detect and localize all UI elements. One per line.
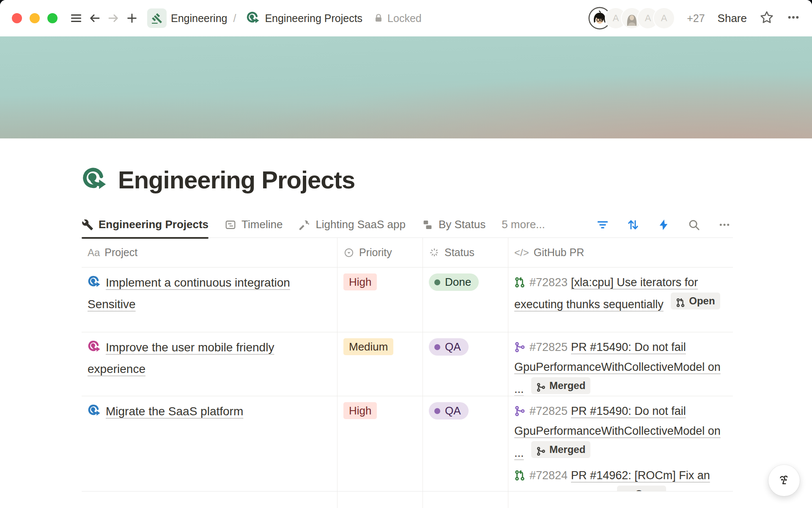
locked-label: Locked	[387, 12, 422, 25]
breadcrumb-workspace[interactable]: Engineering	[171, 12, 227, 25]
project-cell[interactable]: Improve the user mobile friendly experie…	[82, 332, 337, 396]
lock-icon	[373, 13, 384, 23]
title-row: Engineering Projects	[82, 166, 733, 194]
project-loop-icon	[88, 404, 101, 417]
select-icon	[343, 247, 354, 258]
page-cover-image	[0, 36, 812, 138]
priority-cell[interactable]: High	[337, 396, 422, 491]
screen: Engineering / Engineering Projects Locke…	[0, 0, 812, 508]
project-link[interactable]: Improve the user mobile friendly experie…	[88, 341, 274, 375]
minimize-window-button[interactable]	[30, 13, 40, 23]
timeline-icon	[225, 219, 236, 231]
pr-number: #72825	[529, 341, 568, 353]
menu-icon[interactable]	[67, 9, 85, 28]
forward-icon[interactable]	[104, 9, 123, 28]
pr-state-badge: Open	[617, 486, 666, 491]
page-title: Engineering Projects	[118, 166, 355, 194]
pr-state-label: Merged	[549, 378, 585, 393]
status-label: QA	[445, 403, 461, 418]
text-type-icon: Aa	[88, 247, 100, 259]
github-pr-cell[interactable]: #72823[xla:cpu] Use iterators for execut…	[508, 268, 733, 332]
priority-pill[interactable]: High	[343, 273, 377, 290]
tab-lighting-saas-app[interactable]: Lighting SaaS app	[299, 212, 406, 238]
pr-state-badge: Merged	[531, 377, 590, 394]
app-window: Engineering / Engineering Projects Locke…	[0, 0, 812, 508]
git-merge-icon	[536, 381, 546, 390]
pr-state-label: Open	[689, 293, 715, 309]
new-page-icon[interactable]	[123, 9, 141, 28]
partial-table-row	[82, 491, 733, 508]
status-label: QA	[445, 340, 461, 354]
status-cell[interactable]: QA	[422, 396, 508, 491]
view-actions	[594, 216, 733, 233]
zoom-window-button[interactable]	[47, 13, 58, 23]
toolbar-right: A A A +27 Share	[590, 8, 800, 28]
project-loop-icon	[88, 276, 101, 289]
status-dot-icon	[434, 344, 440, 350]
github-pr-cell[interactable]: #72825PR #15490: Do not fail GpuPerforma…	[508, 332, 733, 396]
project-cell[interactable]: Migrate the SaaS platform	[82, 396, 337, 491]
sort-icon[interactable]	[625, 216, 642, 233]
pr-state-badge: Open	[671, 293, 720, 309]
more-options-icon[interactable]	[787, 11, 800, 26]
status-pill[interactable]: Done	[429, 273, 479, 291]
workspace-hammer-icon[interactable]	[147, 8, 167, 28]
project-link[interactable]: Migrate the SaaS platform	[106, 405, 243, 418]
priority-cell[interactable]: Medium	[337, 332, 422, 396]
pull-request-open-icon	[514, 274, 525, 285]
collaborator-avatars[interactable]: A A A	[590, 8, 674, 28]
column-header-github-pr[interactable]: </> GitHub PR	[508, 238, 733, 267]
table-row[interactable]: Improve the user mobile friendly experie…	[82, 332, 733, 396]
status-pill[interactable]: QA	[429, 402, 469, 420]
tab-timeline[interactable]: Timeline	[225, 212, 283, 238]
pr-number: #72825	[529, 405, 568, 417]
page-loop-icon-large[interactable]	[82, 167, 107, 193]
search-icon[interactable]	[686, 216, 702, 233]
table-more-options-icon[interactable]	[716, 216, 733, 233]
priority-cell[interactable]: High	[337, 268, 422, 332]
ai-assistant-button[interactable]	[768, 465, 800, 496]
board-icon	[422, 219, 433, 231]
table-body: Implement a continuous integration Sensi…	[82, 268, 733, 491]
pr-state-label: Merged	[549, 442, 585, 457]
collaborator-overflow-count[interactable]: +27	[687, 12, 705, 25]
wrench-icon	[82, 219, 93, 231]
share-button[interactable]: Share	[718, 12, 747, 25]
window-controls	[12, 13, 58, 23]
github-pr-cell[interactable]: #72825PR #15490: Do not fail GpuPerforma…	[508, 396, 733, 491]
priority-pill[interactable]: High	[343, 402, 377, 419]
table-header: Aa Project Priority Status	[82, 238, 733, 268]
close-window-button[interactable]	[12, 13, 22, 23]
column-header-status[interactable]: Status	[422, 238, 508, 267]
status-cell[interactable]: QA	[422, 332, 508, 396]
priority-pill[interactable]: Medium	[343, 338, 393, 355]
hammer-icon	[299, 219, 310, 231]
notion-face-icon	[775, 472, 793, 489]
pr-entry: #72825PR #15490: Do not fail GpuPerforma…	[514, 337, 727, 396]
project-cell[interactable]: Implement a continuous integration Sensi…	[82, 268, 337, 332]
lock-status[interactable]: Locked	[373, 12, 422, 25]
project-loop-icon	[88, 340, 101, 353]
tab-by-status[interactable]: By Status	[422, 212, 486, 238]
project-link[interactable]: Implement a continuous integration Sensi…	[88, 276, 290, 311]
table-row[interactable]: Implement a continuous integration Sensi…	[82, 268, 733, 332]
avatar[interactable]: A	[654, 8, 674, 28]
status-pill[interactable]: QA	[429, 338, 469, 356]
automation-lightning-icon[interactable]	[655, 216, 672, 233]
column-header-priority[interactable]: Priority	[337, 238, 422, 267]
favorite-star-icon[interactable]	[760, 10, 774, 26]
filter-icon[interactable]	[594, 216, 611, 233]
status-spinner-icon	[429, 247, 440, 258]
status-cell[interactable]: Done	[422, 268, 508, 332]
avatar[interactable]	[622, 8, 642, 28]
breadcrumb-page[interactable]: Engineering Projects	[265, 12, 362, 25]
git-merge-icon	[514, 403, 525, 414]
table-row[interactable]: Migrate the SaaS platform High QA	[82, 396, 733, 491]
git-merge-icon	[536, 445, 546, 454]
tab-more-views[interactable]: 5 more...	[502, 212, 545, 238]
column-header-project[interactable]: Aa Project	[82, 238, 337, 267]
back-icon[interactable]	[85, 9, 104, 28]
page-content: Engineering Projects Engineering Project…	[82, 166, 733, 508]
tab-engineering-projects[interactable]: Engineering Projects	[82, 212, 208, 238]
pr-entry: #72825PR #15490: Do not fail GpuPerforma…	[514, 401, 727, 463]
